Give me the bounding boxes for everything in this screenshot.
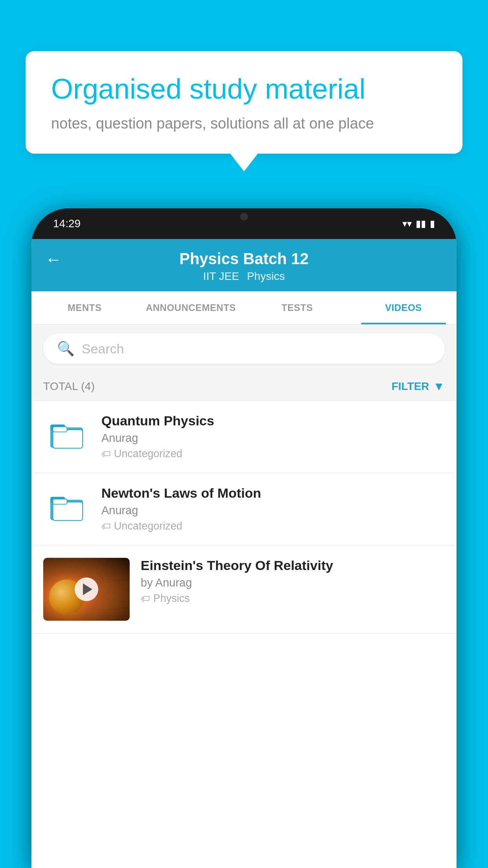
list-item[interactable]: Newton's Laws of Motion Anurag 🏷 Uncateg… (31, 473, 457, 545)
svg-rect-3 (53, 427, 67, 432)
tabs-bar: MENTS ANNOUNCEMENTS TESTS VIDEOS (31, 291, 457, 325)
speech-bubble-wrapper: Organised study material notes, question… (26, 51, 462, 171)
video-author-1: Anurag (101, 432, 445, 445)
header-subtitle-iitjee: IIT JEE (203, 270, 239, 283)
search-bar-wrapper: 🔍 Search (31, 325, 457, 373)
play-icon (83, 583, 92, 595)
video-tag-1: 🏷 Uncategorized (101, 448, 445, 460)
video-info-2: Newton's Laws of Motion Anurag 🏷 Uncateg… (101, 485, 445, 532)
video-thumb-2 (43, 485, 90, 525)
app-header: ← Physics Batch 12 IIT JEE Physics (31, 239, 457, 291)
header-title: Physics Batch 12 (179, 250, 308, 268)
tab-videos[interactable]: VIDEOS (350, 291, 457, 324)
list-item[interactable]: Quantum Physics Anurag 🏷 Uncategorized (31, 401, 457, 473)
video-thumbnail-3 (43, 558, 130, 621)
video-info-1: Quantum Physics Anurag 🏷 Uncategorized (101, 413, 445, 460)
back-button[interactable]: ← (45, 250, 62, 269)
video-tag-label-2: Uncategorized (114, 520, 182, 532)
tag-icon-1: 🏷 (101, 449, 111, 460)
video-info-3: Einstein's Theory Of Relativity by Anura… (141, 558, 445, 605)
video-title-3: Einstein's Theory Of Relativity (141, 558, 445, 573)
filter-icon: ▼ (433, 380, 445, 393)
video-title-1: Quantum Physics (101, 413, 445, 428)
phone-screen: ← Physics Batch 12 IIT JEE Physics MENTS… (31, 239, 457, 868)
total-count: TOTAL (4) (43, 380, 95, 393)
svg-rect-7 (53, 499, 67, 504)
status-time: 14:29 (53, 217, 81, 230)
tab-tests[interactable]: TESTS (244, 291, 350, 324)
tab-announcements[interactable]: ANNOUNCEMENTS (138, 291, 244, 324)
search-icon: 🔍 (57, 340, 75, 357)
bubble-title: Organised study material (51, 73, 437, 105)
video-tag-label-3: Physics (153, 592, 190, 605)
svg-rect-6 (53, 502, 83, 520)
phone-frame: 14:29 ▾▾ ▮▮ ▮ ← Physics Batch 12 IIT JEE… (31, 208, 457, 868)
filter-label: FILTER (391, 380, 429, 393)
video-tag-label-1: Uncategorized (114, 448, 182, 460)
speech-bubble-tail (230, 154, 258, 171)
video-list: Quantum Physics Anurag 🏷 Uncategorized (31, 401, 457, 634)
video-author-2: Anurag (101, 504, 445, 517)
play-button[interactable] (75, 577, 98, 601)
video-thumb-1 (43, 413, 90, 452)
header-subtitle-physics: Physics (247, 270, 284, 283)
tag-icon-3: 🏷 (141, 593, 150, 604)
tag-icon-2: 🏷 (101, 521, 111, 532)
filter-button[interactable]: FILTER ▼ (391, 380, 445, 393)
filter-bar: TOTAL (4) FILTER ▼ (31, 373, 457, 401)
video-title-2: Newton's Laws of Motion (101, 485, 445, 501)
camera-dot (240, 213, 248, 221)
video-tag-2: 🏷 Uncategorized (101, 520, 445, 532)
bubble-subtitle: notes, question papers, solutions all at… (51, 115, 437, 132)
status-bar: 14:29 ▾▾ ▮▮ ▮ (31, 208, 457, 239)
signal-icon: ▮▮ (416, 218, 426, 229)
tab-ments[interactable]: MENTS (31, 291, 138, 324)
search-placeholder: Search (82, 341, 124, 357)
status-icons: ▾▾ ▮▮ ▮ (402, 218, 435, 229)
video-author-3: by Anurag (141, 576, 445, 589)
speech-bubble: Organised study material notes, question… (26, 51, 462, 154)
battery-icon: ▮ (430, 218, 435, 229)
phone-notch (222, 208, 266, 225)
header-subtitle: IIT JEE Physics (203, 270, 285, 283)
wifi-icon: ▾▾ (402, 218, 412, 229)
list-item[interactable]: Einstein's Theory Of Relativity by Anura… (31, 545, 457, 634)
svg-rect-2 (53, 430, 83, 448)
folder-icon (48, 416, 86, 450)
video-tag-3: 🏷 Physics (141, 592, 445, 605)
search-bar[interactable]: 🔍 Search (43, 333, 445, 364)
folder-icon (48, 489, 86, 522)
